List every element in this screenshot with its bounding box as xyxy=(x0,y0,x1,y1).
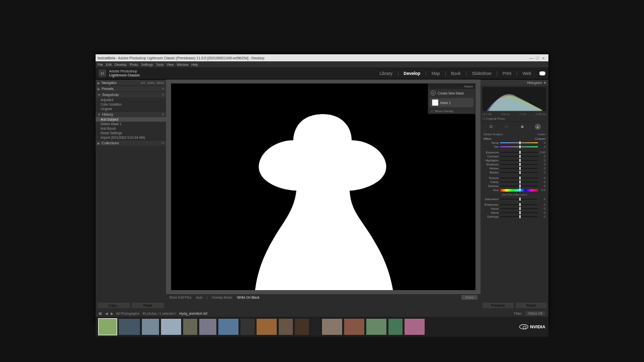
overlay-mode-dropdown[interactable]: White On Black xyxy=(237,296,260,299)
module-develop[interactable]: Develop xyxy=(404,71,420,76)
close-button[interactable]: × xyxy=(540,56,546,60)
forward-icon[interactable]: ▶ xyxy=(111,312,113,316)
module-library[interactable]: Library xyxy=(379,71,392,76)
filmstrip-thumb[interactable] xyxy=(257,319,277,335)
filmstrip-thumb[interactable] xyxy=(279,319,293,335)
filmstrip-thumb[interactable] xyxy=(119,319,140,335)
history-item[interactable]: Add Subject xyxy=(96,117,166,122)
zoom-fit[interactable]: FIT xyxy=(141,81,145,84)
mask-item[interactable]: Mask 1 xyxy=(430,98,473,107)
original-photo-checkbox[interactable]: ☐ Original Photo xyxy=(480,116,548,121)
filmstrip-thumb[interactable] xyxy=(142,319,159,335)
highlights-slider[interactable]: Highlights0 xyxy=(480,158,548,162)
module-print[interactable]: Print xyxy=(503,71,511,76)
filmstrip-thumb[interactable] xyxy=(199,319,216,335)
create-new-mask[interactable]: + Create New Mask xyxy=(428,89,475,97)
history-item[interactable]: Import (8/31/2022 9:01:04 AM) xyxy=(96,135,166,140)
menu-window[interactable]: Window xyxy=(177,63,188,66)
exposure-slider[interactable]: Exposure0.00 xyxy=(480,150,548,154)
maximize-button[interactable]: □ xyxy=(534,56,540,60)
paste-button[interactable]: Paste xyxy=(132,303,164,308)
copy-button[interactable]: Copy... xyxy=(98,303,130,308)
filmstrip-thumb[interactable] xyxy=(218,319,238,335)
snapshots-header[interactable]: ▼ Snapshots + xyxy=(96,92,166,98)
menu-develop[interactable]: Develop xyxy=(115,63,127,66)
reset-button[interactable]: Reset xyxy=(516,303,547,308)
filmstrip-thumb[interactable] xyxy=(295,319,309,335)
filmstrip-thumb[interactable] xyxy=(183,319,197,335)
whites-slider[interactable]: Whites0 xyxy=(480,166,548,170)
temp-slider[interactable]: Temp0 xyxy=(480,141,548,145)
window-titlebar: testcatBeta - Adobe Photoshop Lightroom … xyxy=(96,54,548,61)
add-icon[interactable]: + xyxy=(162,141,164,145)
clear-icon[interactable]: × xyxy=(162,113,164,116)
filmstrip-thumb[interactable] xyxy=(388,319,403,335)
filmstrip-thumb[interactable] xyxy=(322,319,342,335)
saturation-slider[interactable]: Saturation 0 xyxy=(480,197,548,201)
crop-tool[interactable]: ⊡ xyxy=(488,124,494,130)
menu-file[interactable]: File xyxy=(98,63,103,66)
texture-slider[interactable]: Texture0 xyxy=(480,176,548,180)
noise-slider[interactable]: Noise0 xyxy=(480,207,548,211)
filmstrip-thumb[interactable] xyxy=(240,319,255,335)
filmstrip-thumb[interactable] xyxy=(405,319,425,335)
done-button[interactable]: Done xyxy=(461,295,477,300)
redeye-tool[interactable]: ◉ xyxy=(519,124,525,130)
tint-slider[interactable]: Tint0 xyxy=(480,145,548,149)
hue-slider[interactable]: Hue 0.0 xyxy=(480,188,548,192)
snapshot-item[interactable]: Adjusted xyxy=(96,98,166,102)
previous-button[interactable]: Previous xyxy=(482,303,514,308)
filmstrip-thumb[interactable] xyxy=(366,319,386,335)
mask-tool[interactable]: ● xyxy=(535,124,541,130)
module-slideshow[interactable]: Slideshow xyxy=(472,71,492,76)
presets-header[interactable]: ▶ Presets + xyxy=(96,85,166,92)
effect-dropdown[interactable]: Custom xyxy=(535,137,545,140)
moiré-slider[interactable]: Moiré0 xyxy=(480,211,548,215)
menu-view[interactable]: View xyxy=(167,63,174,66)
navigator-header[interactable]: ▶ Navigator FIT100%200% xyxy=(96,79,166,85)
cloud-sync-icon[interactable] xyxy=(539,71,545,75)
defringe-slider[interactable]: Defringe0 xyxy=(480,215,548,219)
collections-header[interactable]: ▶ Collections + xyxy=(96,140,166,146)
menu-tools[interactable]: Tools xyxy=(156,63,164,66)
clarity-slider[interactable]: Clarity0 xyxy=(480,180,548,184)
filmstrip-thumb[interactable] xyxy=(344,319,364,335)
zoom-100%[interactable]: 100% xyxy=(147,81,154,84)
back-icon[interactable]: ◀ xyxy=(105,312,108,316)
menu-help[interactable]: Help xyxy=(191,63,198,66)
shadows-slider[interactable]: Shadows0 xyxy=(480,162,548,166)
blacks-slider[interactable]: Blacks0 xyxy=(480,170,548,174)
dehaze-slider[interactable]: Dehaze0 xyxy=(480,184,548,188)
histogram-header[interactable]: Histogram ▼ xyxy=(480,79,548,85)
module-map[interactable]: Map xyxy=(432,71,440,76)
history-item[interactable]: Reset Settings xyxy=(96,131,166,135)
filmstrip-thumb[interactable] xyxy=(99,319,117,335)
zoom-200%[interactable]: 200% xyxy=(156,81,164,84)
menu-settings[interactable]: Settings xyxy=(141,63,153,66)
sharpness-slider[interactable]: Sharpness0 xyxy=(480,203,548,207)
contrast-slider[interactable]: Contrast0 xyxy=(480,154,548,158)
add-icon[interactable]: + xyxy=(162,87,164,90)
masks-panel-header: Masks xyxy=(428,84,475,89)
menu-edit[interactable]: Edit xyxy=(106,63,111,66)
show-overlay-toggle[interactable]: ✓ Show Overlay xyxy=(428,108,475,114)
right-panel: Histogram ▼ ISO 640200 mmf / 4.01/180 se… xyxy=(480,79,548,301)
snapshot-item[interactable]: Original xyxy=(96,107,166,111)
image-canvas[interactable] xyxy=(171,83,475,290)
module-book[interactable]: Book xyxy=(451,71,460,76)
filmstrip-thumb[interactable] xyxy=(161,319,181,335)
filters-off-button[interactable]: Filters Off xyxy=(525,311,545,316)
add-icon[interactable]: + xyxy=(162,93,164,97)
grid-view-icon[interactable]: ▦ xyxy=(99,312,102,316)
show-pins-dropdown[interactable]: Auto xyxy=(196,296,203,299)
history-item[interactable]: Delete Mask 1 xyxy=(96,122,166,126)
history-item[interactable]: Add Brush xyxy=(96,126,166,131)
module-web[interactable]: Web xyxy=(523,71,531,76)
invert-button[interactable]: Invert xyxy=(538,133,545,136)
history-header[interactable]: ▼ History × xyxy=(96,111,166,117)
filmstrip-thumb[interactable] xyxy=(311,319,320,335)
snapshot-item[interactable]: Color Isolation xyxy=(96,102,166,107)
heal-tool[interactable]: ◌ xyxy=(504,124,510,130)
menu-photo[interactable]: Photo xyxy=(130,63,138,66)
minimize-button[interactable]: — xyxy=(528,56,534,60)
